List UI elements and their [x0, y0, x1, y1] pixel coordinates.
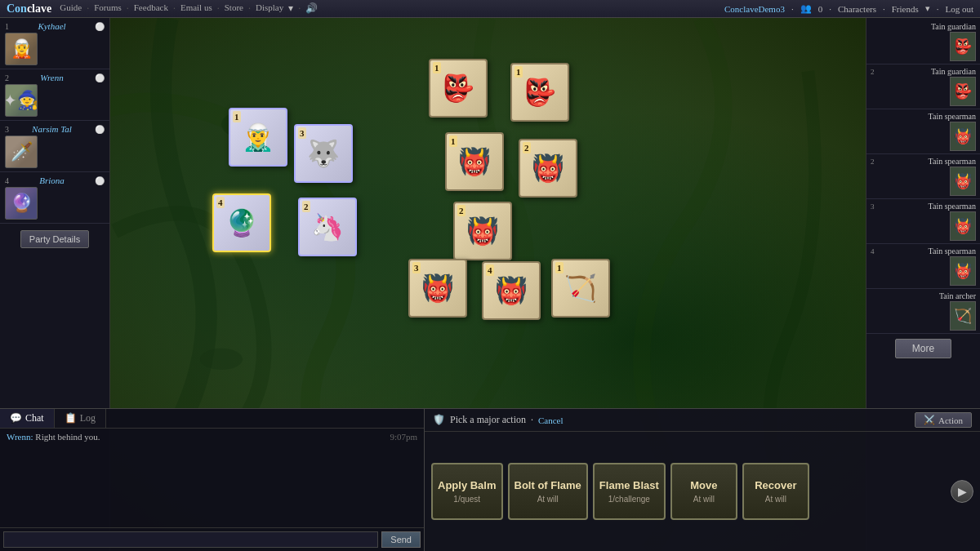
char-number-1: 1: [5, 22, 9, 31]
char-number-2: 2: [5, 73, 9, 82]
character-slot-1[interactable]: 1 Kythael ⚪: [0, 18, 109, 69]
enemy-avatar-5: 👹: [950, 256, 976, 286]
main-area: 1 Kythael ⚪ 2 Wrenn: [0, 18, 980, 551]
chat-icon: 💬: [10, 412, 22, 424]
nav-feedback[interactable]: Feedback: [134, 2, 168, 15]
enemy-tile-s4[interactable]: 3 👹: [408, 259, 467, 318]
action-panel: 🛡️ Pick a major action · Cancel ⚔️ Actio…: [425, 408, 980, 551]
more-button[interactable]: More: [895, 339, 951, 358]
chat-input-row: Send: [0, 527, 424, 551]
player-tile-1[interactable]: 1 🧝‍♂️: [229, 108, 287, 167]
enemy-slot-6[interactable]: Tain archer 🏹: [866, 289, 980, 334]
action-button-4[interactable]: Recover At will: [742, 463, 809, 520]
bottom-panel: 💬 Chat 📋 Log Wrenn: Right behind you. 9:…: [0, 408, 980, 551]
enemy-tile-g1[interactable]: 1 👺: [429, 59, 488, 118]
action-button-0[interactable]: Apply Balm 1/quest: [431, 463, 503, 520]
enemy-slot-2[interactable]: Tain spearman 👹: [866, 109, 980, 154]
pick-action-text: 🛡️ Pick a major action · Cancel: [433, 414, 564, 426]
action-header: 🛡️ Pick a major action · Cancel ⚔️ Actio…: [425, 409, 980, 432]
enemy-name-2: Tain spearman: [929, 112, 976, 121]
chat-tabs: 💬 Chat 📋 Log: [0, 409, 424, 429]
char-name-3: Narsim Tal: [32, 124, 72, 134]
char-number-3: 3: [5, 125, 9, 134]
char-avatar-2: ✦: [5, 84, 38, 117]
enemy-avatar-1: 👺: [950, 77, 976, 106]
enemy-slot-3[interactable]: 2 Tain spearman 👹: [866, 154, 980, 199]
action-buttons: Apply Balm 1/quest Bolt of Flame At will…: [425, 432, 980, 551]
nav-email[interactable]: Email us: [180, 2, 212, 15]
nav-guide[interactable]: Guide: [60, 2, 82, 15]
chat-input[interactable]: [3, 531, 378, 548]
enemy-name-4: Tain spearman: [929, 202, 976, 211]
char-avatar-4: [5, 187, 38, 220]
nav-characters[interactable]: Characters: [838, 4, 876, 14]
action-button-1[interactable]: Bolt of Flame At will: [508, 463, 588, 520]
logo: Conclave: [7, 2, 51, 16]
char-status-3: ⚪: [95, 125, 105, 134]
tab-chat[interactable]: 💬 Chat: [0, 409, 55, 428]
enemy-tile-s1[interactable]: 1 👹: [445, 132, 504, 191]
enemy-tile-g2[interactable]: 1 👺: [510, 63, 569, 122]
player-tile-3[interactable]: 3 🐺: [294, 124, 353, 183]
nav-links: Guide · Forums · Feedback · Email us · S…: [60, 2, 724, 15]
enemy-tile-s5[interactable]: 4 👹: [482, 261, 541, 320]
enemy-slot-4[interactable]: 3 Tain spearman 👹: [866, 199, 980, 244]
nav-forums[interactable]: Forums: [94, 2, 122, 15]
audio-icon[interactable]: 🔊: [305, 2, 318, 15]
username: ConclaveDemo3: [724, 4, 785, 14]
log-icon: 📋: [65, 412, 77, 424]
enemy-slot-5[interactable]: 4 Tain spearman 👹: [866, 244, 980, 289]
char-avatar-3: [5, 136, 38, 168]
enemy-tile-a1[interactable]: 1 🏹: [551, 259, 610, 318]
enemy-avatar-6: 🏹: [950, 301, 976, 331]
char-status-1: ⚪: [95, 22, 105, 31]
action-tab[interactable]: ⚔️ Action: [915, 412, 972, 428]
chat-messages: Wrenn: Right behind you. 9:07pm: [0, 429, 424, 527]
char-name-2: Wrenn: [40, 73, 63, 82]
cancel-link[interactable]: Cancel: [538, 415, 564, 425]
char-name-1: Kythael: [38, 21, 65, 31]
character-slot-3[interactable]: 3 Narsim Tal ⚪: [0, 121, 109, 172]
enemy-tile-s3[interactable]: 2 👹: [453, 202, 512, 260]
character-slot-2[interactable]: 2 Wrenn ⚪ ✦: [0, 69, 109, 121]
chat-panel: 💬 Chat 📋 Log Wrenn: Right behind you. 9:…: [0, 408, 425, 551]
enemy-name-0: Tain guardian: [931, 22, 976, 31]
nav-store[interactable]: Store: [225, 2, 243, 15]
gold-count: 0: [818, 4, 823, 14]
msg-time-0: 9:07pm: [390, 432, 417, 442]
enemy-slot-1[interactable]: 2 Tain guardian 👺: [866, 64, 980, 109]
top-navigation: Conclave Guide · Forums · Feedback · Ema…: [0, 0, 980, 18]
enemy-name-6: Tain archer: [939, 291, 976, 300]
player-tile-4[interactable]: 4 🔮: [212, 193, 271, 252]
char-avatar-1: [5, 33, 38, 65]
nav-logout[interactable]: Log out: [945, 4, 973, 14]
char-status-2: ⚪: [95, 73, 105, 82]
action-button-3[interactable]: Move At will: [670, 463, 737, 520]
gold-icon: 👥: [800, 3, 812, 14]
nav-friends[interactable]: Friends: [892, 4, 919, 14]
enemy-name-3: Tain spearman: [929, 157, 976, 166]
enemy-name-1: Tain guardian: [931, 67, 976, 76]
enemy-avatar-3: 👹: [950, 167, 976, 196]
nav-display[interactable]: Display: [256, 2, 283, 15]
shield-icon: 🛡️: [433, 414, 445, 426]
right-nav: ConclaveDemo3 · 👥 0 · Characters · Frien…: [724, 3, 973, 14]
enemy-avatar-4: 👹: [950, 211, 976, 241]
enemy-slot-0[interactable]: Tain guardian 👺: [866, 20, 980, 64]
character-slot-4[interactable]: 4 Briona ⚪: [0, 172, 109, 224]
msg-sender-0: Wrenn:: [7, 432, 33, 442]
char-name-4: Briona: [39, 176, 65, 185]
tab-log[interactable]: 📋 Log: [55, 409, 106, 428]
char-status-4: ⚪: [95, 176, 105, 185]
char-number-4: 4: [5, 176, 9, 185]
send-button[interactable]: Send: [381, 531, 421, 548]
enemy-name-5: Tain spearman: [929, 247, 976, 256]
enemy-tile-s2[interactable]: 2 👹: [519, 139, 577, 198]
party-details-button[interactable]: Party Details: [20, 230, 89, 248]
action-tab-icon: ⚔️: [924, 415, 935, 425]
svg-point-2: [200, 349, 243, 370]
enemy-avatar-2: 👹: [950, 122, 976, 151]
action-next-button[interactable]: ▶: [951, 480, 973, 503]
action-button-2[interactable]: Flame Blast 1/challenge: [593, 463, 666, 520]
player-tile-2[interactable]: 2 🦄: [298, 198, 357, 256]
